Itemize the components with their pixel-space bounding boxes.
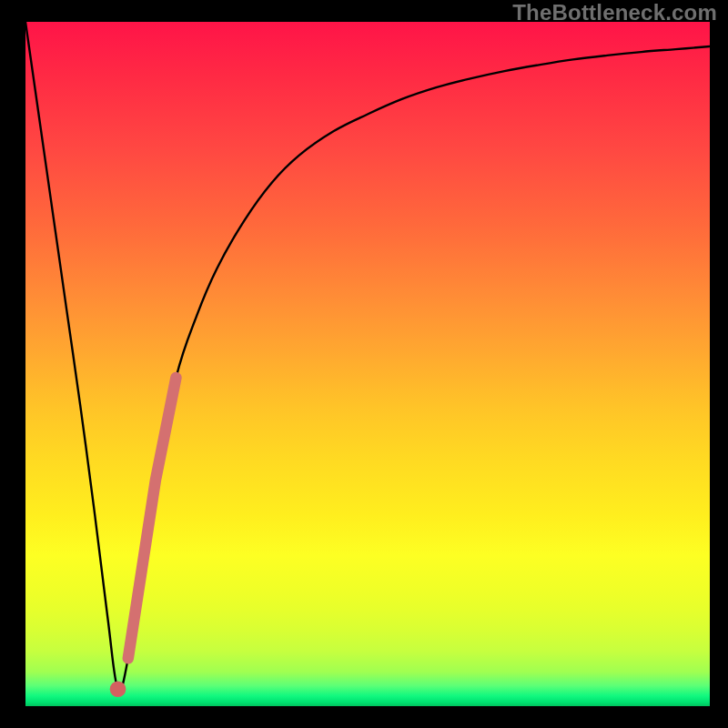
highlight-segment <box>128 378 177 658</box>
bottleneck-curve <box>25 22 710 691</box>
plot-area <box>25 22 710 706</box>
minimum-marker-icon <box>110 681 126 697</box>
curve-svg <box>25 22 710 706</box>
chart-frame: TheBottleneck.com <box>0 0 728 728</box>
